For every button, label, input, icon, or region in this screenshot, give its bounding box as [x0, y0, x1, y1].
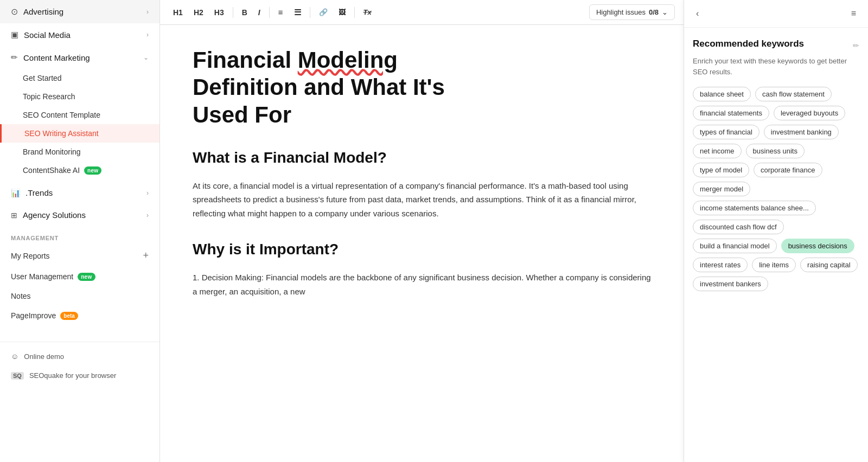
- chevron-icon: ›: [146, 8, 149, 16]
- badge-new-user-mgmt: new: [78, 273, 95, 281]
- toolbar-bold-button[interactable]: B: [238, 6, 252, 19]
- demo-icon: ☺: [11, 352, 18, 361]
- chevron-icon: ›: [146, 189, 149, 197]
- sidebar-item-agency-solutions[interactable]: ⊞ Agency Solutions ›: [0, 204, 159, 226]
- keyword-type-of-model[interactable]: type of model: [693, 163, 749, 177]
- keyword-types-of-financial[interactable]: types of financial: [693, 125, 760, 139]
- sidebar-label-pageimprove: PageImprove: [11, 311, 56, 320]
- keyword-leveraged-buyouts[interactable]: leveraged buyouts: [774, 106, 845, 120]
- editor-content[interactable]: Financial Modeling Definition and What I…: [160, 25, 684, 462]
- toolbar-image-button[interactable]: 🖼: [334, 6, 350, 18]
- sidebar: ⊙ Advertising › ▣ Social Media › ✏ Conte…: [0, 0, 160, 462]
- sidebar-item-brand-monitoring[interactable]: Brand Monitoring: [0, 143, 159, 161]
- sidebar-label-notes: Notes: [11, 292, 31, 300]
- right-panel: ‹ ≡ Recommended keywords ✏ Enrich your t…: [684, 0, 868, 462]
- sidebar-item-seo-content-template[interactable]: SEO Content Template: [0, 106, 159, 124]
- toolbar-separator-2: [269, 7, 270, 18]
- sq-icon: SQ: [11, 372, 24, 380]
- editor-heading-2: Why is it Important?: [193, 238, 651, 262]
- sidebar-label-seo-writing-assistant: SEO Writing Assistant: [24, 129, 99, 138]
- sidebar-item-notes[interactable]: Notes: [0, 286, 159, 306]
- keyword-cash-flow-statement[interactable]: cash flow statement: [755, 87, 832, 101]
- social-media-icon: ▣: [11, 30, 18, 40]
- sidebar-item-user-management[interactable]: User Management new: [0, 267, 159, 286]
- chevron-icon: ›: [146, 31, 149, 39]
- panel-header: ‹ ≡: [684, 0, 868, 28]
- editor-toolbar: H1 H2 H3 B I ≡ ☰ 🔗 🖼 Tx Highlight issues…: [160, 0, 684, 25]
- badge-beta-pageimprove: beta: [60, 312, 78, 320]
- toolbar-link-button[interactable]: 🔗: [315, 6, 332, 18]
- keyword-business-decisions[interactable]: business decisions: [781, 239, 854, 253]
- trends-icon: 📊: [11, 189, 20, 197]
- sidebar-item-seoquake[interactable]: SQ SEOquake for your browser: [0, 366, 159, 385]
- toolbar-h3-button[interactable]: H3: [210, 6, 228, 19]
- editor-paragraph-2: 1. Decision Making: Financial models are…: [193, 271, 651, 298]
- keyword-financial-statements[interactable]: financial statements: [693, 106, 769, 120]
- panel-back-button[interactable]: ‹: [693, 8, 702, 20]
- toolbar-unordered-list-button[interactable]: ☰: [290, 5, 305, 20]
- highlight-issues-button[interactable]: Highlight issues 0/8 ⌄: [589, 4, 675, 20]
- main-area: H1 H2 H3 B I ≡ ☰ 🔗 🖼 Tx Highlight issues…: [160, 0, 684, 462]
- agency-icon: ⊞: [11, 211, 17, 220]
- keyword-interest-rates[interactable]: interest rates: [693, 258, 748, 272]
- editor-title: Financial Modeling Definition and What I…: [193, 47, 651, 129]
- keyword-build-a-financial-model[interactable]: build a financial model: [693, 239, 777, 253]
- keyword-line-items[interactable]: line items: [752, 258, 796, 272]
- toolbar-separator-1: [233, 7, 233, 18]
- sidebar-label-online-demo: Online demo: [24, 352, 64, 361]
- keyword-corporate-finance[interactable]: corporate finance: [754, 163, 822, 177]
- content-marketing-icon: ✏: [11, 53, 18, 62]
- sidebar-label-my-reports: My Reports: [11, 252, 50, 260]
- keyword-investment-banking[interactable]: investment banking: [764, 125, 839, 139]
- sidebar-label-social-media: Social Media: [24, 30, 71, 40]
- highlight-label: Highlight issues: [596, 8, 646, 16]
- panel-title-row: Recommended keywords ✏: [693, 39, 859, 53]
- highlight-chevron-icon: ⌄: [662, 8, 668, 16]
- panel-edit-icon[interactable]: ✏: [853, 41, 859, 50]
- para-2-text: 1. Decision Making: Financial models are…: [193, 273, 651, 296]
- sidebar-item-online-demo[interactable]: ☺ Online demo: [0, 347, 159, 366]
- sidebar-item-my-reports[interactable]: My Reports +: [0, 245, 159, 267]
- sidebar-item-social-media[interactable]: ▣ Social Media ›: [0, 23, 159, 46]
- panel-body: Recommended keywords ✏ Enrich your text …: [684, 28, 868, 462]
- keyword-raising-capital[interactable]: raising capital: [800, 258, 858, 272]
- sidebar-item-topic-research[interactable]: Topic Research: [0, 87, 159, 106]
- badge-new-contentshake: new: [84, 166, 101, 175]
- toolbar-separator-4: [354, 7, 355, 18]
- sidebar-item-content-marketing[interactable]: ✏ Content Marketing ⌄: [0, 46, 159, 69]
- highlight-count: 0/8: [649, 8, 659, 16]
- sidebar-item-seo-writing-assistant[interactable]: SEO Writing Assistant: [0, 124, 159, 143]
- panel-description: Enrich your text with these keywords to …: [693, 56, 859, 77]
- toolbar-right: Highlight issues 0/8 ⌄: [589, 4, 675, 20]
- plus-icon[interactable]: +: [143, 250, 149, 261]
- keyword-net-income[interactable]: net income: [693, 144, 742, 158]
- editor-heading-1: What is a Financial Model?: [193, 146, 651, 170]
- toolbar-ordered-list-button[interactable]: ≡: [274, 5, 288, 19]
- sidebar-item-contentshake-ai[interactable]: ContentShake AI new: [0, 161, 159, 179]
- sidebar-label-advertising: Advertising: [23, 7, 63, 16]
- sidebar-label-user-management: User Management: [11, 272, 73, 281]
- keyword-business-units[interactable]: business units: [746, 144, 805, 158]
- keyword-income-statements[interactable]: income statements balance shee...: [693, 201, 816, 215]
- editor-paragraph-1: At its core, a financial model is a virt…: [193, 179, 651, 221]
- sidebar-item-trends[interactable]: 📊 .Trends ›: [0, 182, 159, 204]
- keyword-investment-bankers[interactable]: investment bankers: [693, 277, 768, 291]
- sidebar-item-pageimprove[interactable]: PageImprove beta: [0, 306, 159, 325]
- sidebar-item-advertising[interactable]: ⊙ Advertising ›: [0, 0, 159, 23]
- sidebar-label-topic-research: Topic Research: [23, 92, 75, 101]
- keywords-container: balance sheet cash flow statement financ…: [693, 87, 859, 291]
- keyword-discounted-cash-flow[interactable]: discounted cash flow dcf: [693, 220, 784, 234]
- sidebar-item-get-started[interactable]: Get Started: [0, 69, 159, 87]
- sidebar-label-trends: .Trends: [25, 188, 53, 197]
- toolbar-italic-button[interactable]: I: [254, 6, 265, 19]
- sidebar-label-content-marketing: Content Marketing: [23, 53, 90, 62]
- toolbar-separator-3: [310, 7, 310, 18]
- keyword-balance-sheet[interactable]: balance sheet: [693, 87, 751, 101]
- toolbar-h2-button[interactable]: H2: [189, 6, 208, 19]
- sidebar-label-agency-solutions: Agency Solutions: [23, 210, 86, 220]
- keyword-merger-model[interactable]: merger model: [693, 182, 750, 196]
- toolbar-h1-button[interactable]: H1: [169, 6, 187, 19]
- management-section-label: MANAGEMENT: [0, 226, 159, 245]
- toolbar-clear-format-button[interactable]: Tx: [359, 6, 376, 18]
- panel-menu-button[interactable]: ≡: [848, 8, 859, 20]
